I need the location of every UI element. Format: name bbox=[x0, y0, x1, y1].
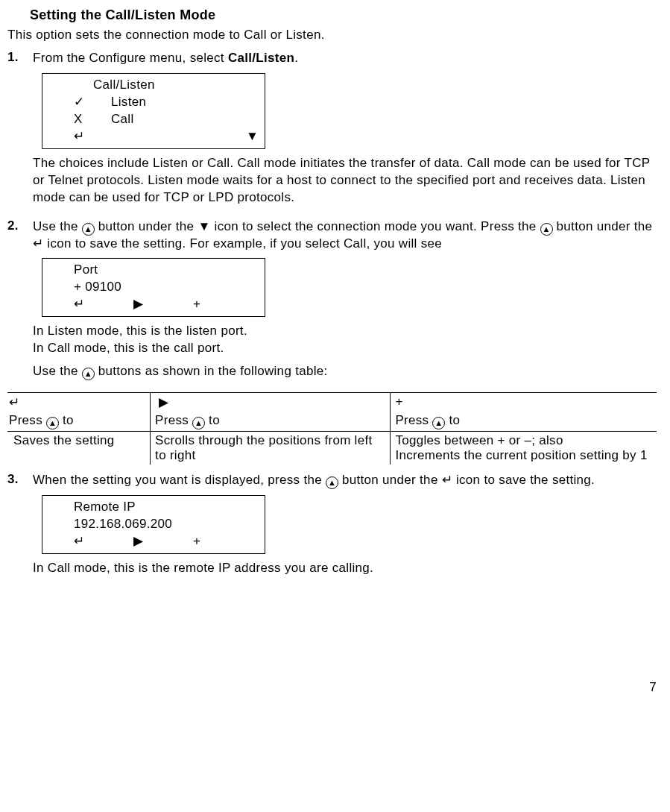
lcd-option-listen: Listen bbox=[111, 94, 146, 111]
enter-icon: ↵ bbox=[74, 296, 133, 313]
col-header-press: Press ▲ to bbox=[7, 412, 151, 432]
step-number: 2. bbox=[7, 218, 33, 387]
plus-icon: + bbox=[193, 533, 200, 550]
lcd-value: + 09100 bbox=[48, 279, 259, 296]
step-number: 1. bbox=[7, 50, 33, 213]
right-arrow-icon: ▶ bbox=[133, 296, 193, 313]
col-header-plus-icon: + bbox=[391, 393, 657, 412]
enter-icon: ↵ bbox=[74, 128, 130, 145]
col-header-press: Press ▲ to bbox=[391, 412, 657, 432]
button-function-table: ↵ ▶ + Press ▲ to Press ▲ to Press ▲ to S… bbox=[7, 392, 657, 465]
enter-icon: ↵ bbox=[442, 473, 452, 487]
step1-instruction: From the Configure menu, select Call/Lis… bbox=[33, 50, 657, 67]
lcd-value: 192.168.069.200 bbox=[48, 516, 259, 533]
step3-note: In Call mode, this is the remote IP addr… bbox=[33, 560, 657, 577]
up-button-icon: ▲ bbox=[326, 476, 338, 489]
intro-text: This option sets the connection mode to … bbox=[7, 28, 657, 43]
check-icon: ✓ bbox=[48, 94, 111, 111]
table-cell: Saves the setting bbox=[7, 432, 151, 465]
up-button-icon: ▲ bbox=[432, 417, 445, 429]
lcd-option-call: Call bbox=[111, 111, 134, 128]
enter-icon: ↵ bbox=[33, 236, 43, 251]
enter-icon: ↵ bbox=[74, 533, 133, 550]
table-cell: Scrolls through the positions from left … bbox=[151, 432, 391, 465]
section-heading: Setting the Call/Listen Mode bbox=[30, 7, 657, 23]
up-button-icon: ▲ bbox=[540, 223, 553, 236]
steps-list: 1. From the Configure menu, select Call/… bbox=[7, 50, 657, 386]
step-1: 1. From the Configure menu, select Call/… bbox=[7, 50, 657, 213]
up-button-icon: ▲ bbox=[82, 223, 95, 236]
col-header-enter-icon: ↵ bbox=[7, 393, 151, 412]
lcd-call-listen: Call/Listen ✓ Listen X Call ↵ ▼ bbox=[42, 73, 265, 149]
step-2: 2. Use the ▲ button under the ▼ icon to … bbox=[7, 218, 657, 387]
menu-item-call-listen: Call/Listen bbox=[228, 51, 294, 65]
up-button-icon: ▲ bbox=[192, 417, 205, 429]
lcd-port: Port + 09100 ↵ ▶ + bbox=[42, 258, 265, 317]
lcd-title: Remote IP bbox=[48, 499, 259, 516]
x-icon: X bbox=[48, 111, 111, 128]
step2-table-intro: Use the ▲ buttons as shown in the follow… bbox=[33, 363, 657, 380]
lcd-remote-ip: Remote IP 192.168.069.200 ↵ ▶ + bbox=[42, 495, 265, 554]
col-header-right-icon: ▶ bbox=[151, 393, 391, 412]
down-arrow-icon: ▼ bbox=[197, 219, 210, 233]
step3-instruction: When the setting you want is displayed, … bbox=[33, 472, 657, 489]
plus-icon: + bbox=[193, 296, 200, 313]
up-button-icon: ▲ bbox=[46, 417, 59, 429]
table-cell: Toggles between + or –; also Increments … bbox=[391, 432, 657, 465]
step-3: 3. When the setting you want is displaye… bbox=[7, 472, 657, 583]
step1-explanation: The choices include Listen or Call. Call… bbox=[33, 155, 657, 207]
step2-instruction: Use the ▲ button under the ▼ icon to sel… bbox=[33, 218, 657, 253]
steps-list-cont: 3. When the setting you want is displaye… bbox=[7, 472, 657, 583]
col-header-press: Press ▲ to bbox=[151, 412, 391, 432]
lcd-title: Call/Listen bbox=[48, 77, 259, 94]
right-arrow-icon: ▶ bbox=[133, 533, 193, 550]
up-button-icon: ▲ bbox=[82, 368, 95, 380]
page-number: 7 bbox=[7, 680, 657, 695]
lcd-title: Port bbox=[48, 262, 259, 279]
step2-listen-note: In Listen mode, this is the listen port. bbox=[33, 323, 657, 340]
step-number: 3. bbox=[7, 472, 33, 583]
step2-call-note: In Call mode, this is the call port. bbox=[33, 340, 657, 357]
down-arrow-icon: ▼ bbox=[188, 128, 259, 145]
